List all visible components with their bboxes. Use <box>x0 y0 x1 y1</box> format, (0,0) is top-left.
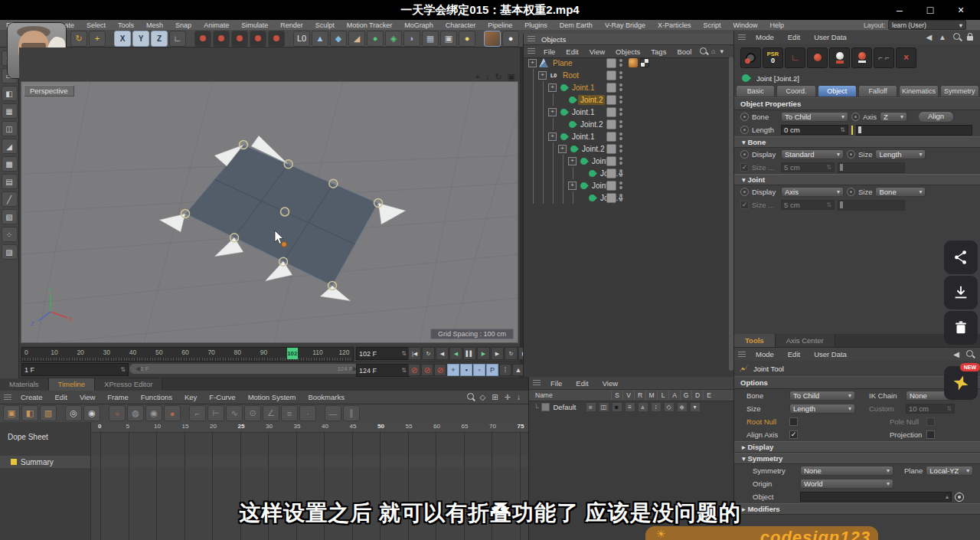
timeline-menu-bookmarks[interactable]: Bookmarks <box>302 393 351 401</box>
model-mode-icon[interactable]: ▲ <box>312 31 328 47</box>
menu-script[interactable]: Script <box>697 21 727 29</box>
menu-simulate[interactable]: Simulate <box>235 21 274 29</box>
objects-menu-view[interactable]: View <box>584 47 610 56</box>
lock-x-button[interactable]: X <box>114 31 131 47</box>
tool-size-dropdown[interactable]: Length▾ <box>789 404 855 414</box>
objects-menu-tags[interactable]: Tags <box>645 47 671 56</box>
size-checkbox[interactable]: ✓ <box>740 163 749 172</box>
visibility-dots[interactable] <box>619 169 622 177</box>
panel-menu-icon[interactable] <box>738 352 746 358</box>
object-properties-header[interactable]: Object Properties <box>734 97 980 110</box>
knife-tool-icon[interactable]: ╱ <box>2 191 18 207</box>
delete-button[interactable] <box>944 311 978 345</box>
layer-deformers-icon[interactable]: ◆ <box>677 402 688 412</box>
bone-display-dropdown[interactable]: Standard▾ <box>781 149 844 159</box>
play-backward-button[interactable]: ◀ <box>449 347 462 360</box>
length-field[interactable]: 0 cm⇅ <box>781 125 848 135</box>
layer-square[interactable] <box>606 181 616 191</box>
animation-dot-icon[interactable] <box>847 150 855 159</box>
tool-menu-edit[interactable]: Edit <box>781 350 807 358</box>
column-header-e[interactable]: E <box>703 391 714 400</box>
clear-keyframe-button[interactable]: × <box>896 47 916 68</box>
grid-tool-icon[interactable]: ▦ <box>2 103 18 119</box>
layer-square[interactable] <box>606 119 616 129</box>
animation-dot-icon[interactable] <box>847 188 855 196</box>
expand-toggle[interactable]: + <box>548 108 557 116</box>
symmetry-dropdown[interactable]: None▾ <box>800 466 893 476</box>
forward-arrow-icon[interactable]: ▲ <box>939 33 946 41</box>
layer-square[interactable] <box>606 169 616 178</box>
timeline-menu-functions[interactable]: Functions <box>135 393 178 401</box>
menu-x-particles[interactable]: X-Particles <box>652 21 697 29</box>
lock-icon[interactable] <box>967 33 973 42</box>
timeline-menu-motion-system[interactable]: Motion System <box>242 393 302 401</box>
key-spline-icon[interactable]: ∿ <box>226 405 243 421</box>
keyframe-selection-icon[interactable]: + <box>447 364 459 376</box>
parameter-record-icon[interactable]: P <box>486 364 498 376</box>
column-header-r[interactable]: R <box>634 391 645 400</box>
rotate-tool-icon[interactable]: ↻ <box>70 31 87 47</box>
checker-tool-icon[interactable]: ▩ <box>2 156 18 172</box>
layer-square[interactable] <box>606 70 616 80</box>
key-linear-icon[interactable]: ⌐ <box>189 405 206 421</box>
layer-square[interactable] <box>606 95 616 105</box>
tree-row-joint-4[interactable]: Joint.4 <box>524 191 728 204</box>
pole-null-checkbox[interactable] <box>926 417 935 426</box>
layer-square[interactable] <box>606 58 616 68</box>
search-icon[interactable] <box>700 47 707 56</box>
dots-icon[interactable]: ⁞ <box>499 364 511 376</box>
layer-square[interactable] <box>606 156 616 166</box>
record-scale-button[interactable] <box>829 47 850 68</box>
download-button[interactable] <box>944 276 978 309</box>
expand-toggle[interactable]: + <box>568 182 577 190</box>
autokey-toggle-icon[interactable]: ▫ <box>473 364 485 376</box>
next-key-button[interactable]: ▶ <box>491 347 504 360</box>
filter-tracks-icon[interactable]: ◍ <box>127 405 144 421</box>
start-frame-field[interactable]: 1 F ⇅ <box>21 363 129 376</box>
tree-row-joint-1[interactable]: +Joint.1 <box>524 106 728 118</box>
key-pair-icon[interactable]: ∥ <box>343 405 360 421</box>
name-column-header[interactable]: Name <box>529 391 611 399</box>
menu-pipeline[interactable]: Pipeline <box>482 21 518 29</box>
move-tool-icon[interactable]: + <box>89 31 106 47</box>
motion-mode-icon[interactable]: ▥ <box>40 405 57 421</box>
tree-row-joint-2[interactable]: +Joint.2 <box>524 142 728 155</box>
projection-checkbox[interactable] <box>926 430 935 439</box>
stepper-icon[interactable]: ⇅ <box>401 350 407 357</box>
stepper-icon[interactable]: ⇅ <box>826 164 831 171</box>
timeline-menu-view[interactable]: View <box>74 393 101 401</box>
tab-falloff[interactable]: Falloff <box>858 85 897 97</box>
objects-menu-file[interactable]: File <box>538 47 560 56</box>
coords-readout-icon[interactable]: L0 <box>293 31 310 47</box>
tree-row-joint-2[interactable]: Joint.2 <box>524 118 728 130</box>
light-icon[interactable]: ● <box>459 31 475 47</box>
sphere-icon[interactable]: ● <box>502 31 519 47</box>
brush-tool-icon[interactable]: ◢ <box>2 139 18 154</box>
record-rotation-toggle[interactable]: ⊘ <box>434 364 446 376</box>
objects-menu-edit[interactable]: Edit <box>560 47 583 56</box>
phong-tag-icon[interactable] <box>629 58 638 67</box>
back-arrow-icon[interactable]: ◀ <box>926 33 932 41</box>
stepper-icon[interactable]: ⇅ <box>120 366 126 373</box>
menu-dem-earth[interactable]: Dem Earth <box>554 21 599 29</box>
layer-manager-icon[interactable]: ≡ <box>625 402 635 412</box>
layers-menu-file[interactable]: File <box>544 379 569 388</box>
animation-dot-icon[interactable] <box>851 113 860 121</box>
record-parameter-icon[interactable] <box>268 31 285 47</box>
panel-menu-icon[interactable] <box>4 394 11 401</box>
objects-menu-bool[interactable]: Bool <box>671 47 697 56</box>
column-header-l[interactable]: L <box>657 391 668 400</box>
layer-color-swatch[interactable] <box>541 403 550 411</box>
tree-row-joint-4[interactable]: Joint.4 <box>524 167 728 179</box>
object-label[interactable]: Joint.1 <box>570 132 596 142</box>
current-frame-field[interactable]: 102 F ⇅ <box>356 347 410 360</box>
menu-v-ray-bridge[interactable]: V-Ray Bridge <box>599 21 652 29</box>
search-icon[interactable] <box>966 350 973 358</box>
texture-mode-icon[interactable]: ◢ <box>348 31 365 47</box>
tool-menu-user-data[interactable]: User Data <box>807 350 854 358</box>
size-checkbox[interactable]: ✓ <box>740 201 749 209</box>
tree-row-joint-1[interactable]: +Joint.1 <box>524 81 728 93</box>
attributes-menu-edit[interactable]: Edit <box>781 33 807 41</box>
record-rotation-button[interactable] <box>851 47 872 68</box>
key-ease-icon[interactable]: · <box>299 405 316 421</box>
